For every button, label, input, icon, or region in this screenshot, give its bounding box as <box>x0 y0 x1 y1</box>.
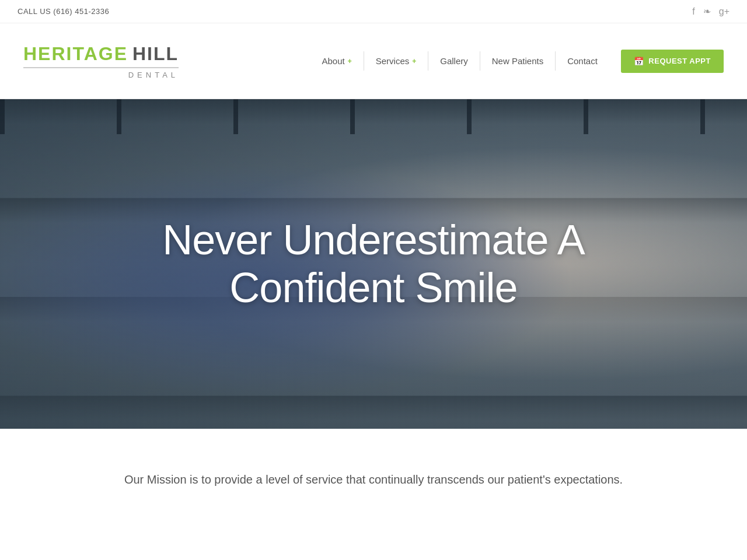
logo-hill: HILL <box>132 43 179 65</box>
hero-section: Never Underestimate A Confident Smile <box>0 99 747 429</box>
mission-section: Our Mission is to provide a level of ser… <box>0 429 747 536</box>
mission-text: Our Mission is to provide a level of ser… <box>93 470 654 489</box>
google-plus-icon[interactable]: g+ <box>719 6 729 17</box>
main-nav: About + Services + Gallery New Patients … <box>310 50 724 73</box>
top-bar: CALL US (616) 451-2336 f ❧ g+ <box>0 0 747 23</box>
about-dropdown-icon: + <box>348 57 352 65</box>
nav-item-contact[interactable]: Contact <box>556 51 609 71</box>
nav-item-new-patients[interactable]: New Patients <box>480 51 556 71</box>
request-appt-button[interactable]: 📅 REQUEST APPT <box>621 50 724 73</box>
logo-heritage: HERITAGE <box>23 43 128 65</box>
hero-text-block: Never Underestimate A Confident Smile <box>111 216 636 313</box>
social-icons: f ❧ g+ <box>692 6 729 17</box>
nav-item-gallery[interactable]: Gallery <box>428 51 480 71</box>
nav-item-about[interactable]: About + <box>310 51 364 71</box>
site-header: HERITAGE HILL DENTAL About + Services + … <box>0 23 747 99</box>
nav-item-services[interactable]: Services + <box>364 51 429 71</box>
hero-title: Never Underestimate A Confident Smile <box>111 216 636 313</box>
services-dropdown-icon: + <box>412 57 416 65</box>
yelp-icon[interactable]: ❧ <box>703 6 711 17</box>
phone-number: CALL US (616) 451-2336 <box>18 7 109 16</box>
facebook-icon[interactable]: f <box>692 6 694 17</box>
calendar-icon: 📅 <box>634 57 644 66</box>
logo-dental: DENTAL <box>23 71 179 79</box>
logo[interactable]: HERITAGE HILL DENTAL <box>23 43 179 79</box>
